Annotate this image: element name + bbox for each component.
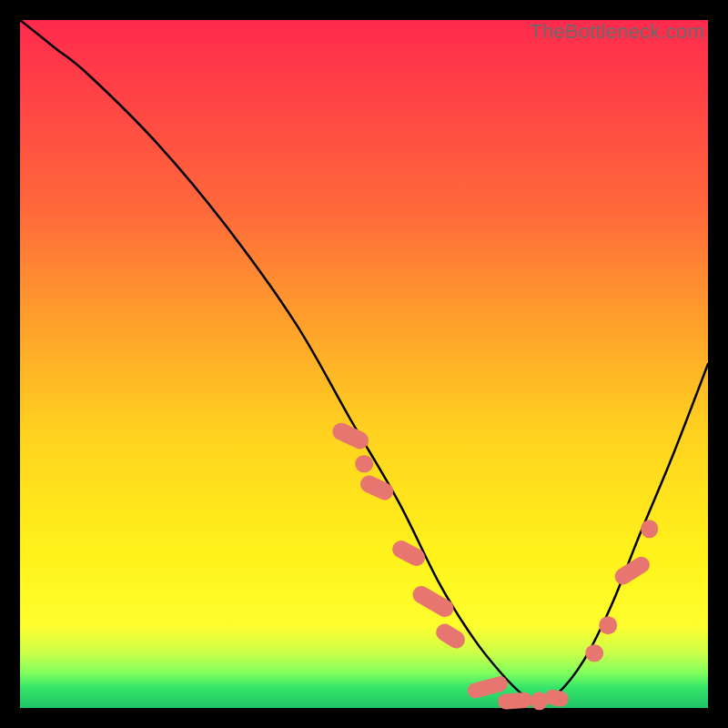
plot-area: TheBottleneck.com [20, 20, 708, 708]
bottleneck-curve [20, 20, 708, 708]
curve-marker [641, 521, 659, 539]
curve-marker [498, 693, 533, 710]
curve-marker [432, 621, 468, 652]
curve-path [20, 20, 708, 701]
chart-frame: TheBottleneck.com [0, 0, 728, 728]
curve-marker [355, 455, 373, 473]
curve-marker [410, 582, 457, 620]
curve-marker [585, 644, 603, 662]
attribution-label: TheBottleneck.com [530, 20, 704, 44]
curve-marker [612, 553, 652, 587]
curve-marker [329, 420, 371, 452]
curve-marker [600, 616, 618, 634]
curve-marker [357, 473, 395, 503]
curve-marker [389, 538, 428, 569]
